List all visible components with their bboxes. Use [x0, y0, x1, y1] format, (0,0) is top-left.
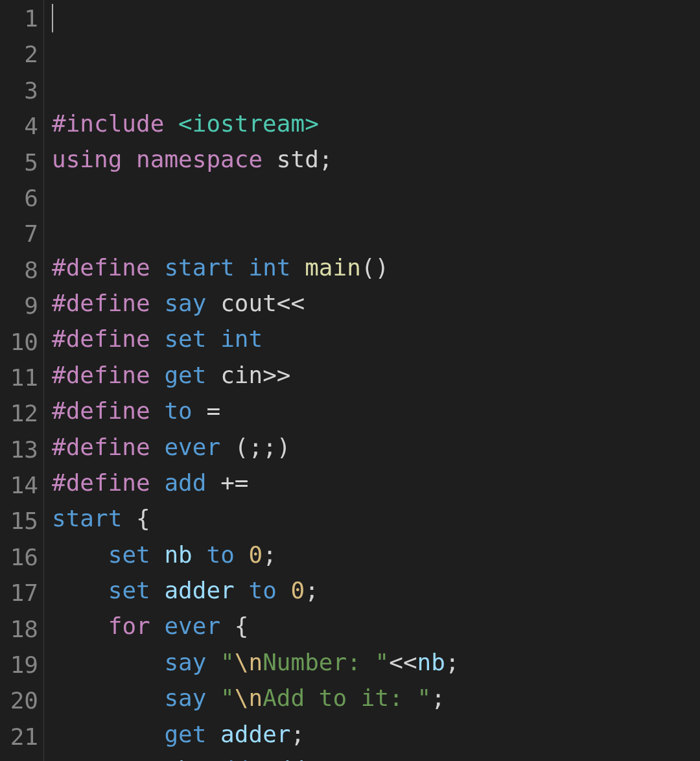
code-token: start: [52, 505, 122, 532]
code-line[interactable]: get adder;: [52, 717, 700, 753]
code-line[interactable]: #define say cout<<: [52, 286, 700, 322]
line-number: 6: [5, 181, 38, 217]
line-number-gutter: 123456789101112131415161718192021: [0, 0, 44, 761]
code-token: [150, 397, 165, 424]
code-token: [192, 541, 207, 568]
code-token: <iostream>: [178, 110, 319, 137]
code-token: [206, 469, 220, 496]
code-token: #define: [52, 397, 150, 424]
code-line[interactable]: for ever {: [52, 609, 700, 644]
code-line[interactable]: [52, 178, 700, 214]
code-token: [164, 110, 178, 137]
code-token: std: [277, 146, 319, 172]
code-token: [150, 362, 165, 388]
line-number: 8: [5, 253, 38, 288]
code-token: [206, 362, 220, 388]
code-token: (): [361, 254, 389, 281]
code-token: ": [220, 649, 235, 675]
line-number: 4: [5, 109, 38, 145]
line-number: 16: [5, 540, 38, 576]
code-token: {: [136, 505, 150, 532]
code-token: 0: [291, 577, 305, 603]
code-token: get: [164, 362, 206, 388]
code-line[interactable]: #define set int: [52, 322, 700, 357]
code-token: ever: [164, 434, 220, 460]
code-line[interactable]: #define ever (;;): [52, 430, 700, 465]
code-token: [192, 397, 207, 424]
code-token: [122, 505, 136, 532]
code-token: to: [248, 577, 276, 603]
code-editor[interactable]: 123456789101112131415161718192021 #inclu…: [0, 0, 700, 761]
line-number: 13: [5, 432, 38, 468]
code-token: #define: [52, 469, 150, 496]
code-token: #define: [52, 325, 150, 352]
code-token: [262, 146, 277, 172]
code-token: adder: [164, 577, 234, 603]
code-token: int: [248, 254, 290, 281]
code-token: [150, 434, 165, 460]
code-token: Number: ": [262, 649, 389, 675]
code-token: adder: [262, 756, 332, 761]
code-line[interactable]: set nb to 0;: [52, 537, 700, 573]
code-token: {: [235, 613, 249, 639]
line-number: 17: [5, 576, 38, 611]
code-token: #define: [52, 434, 150, 460]
code-token: int: [220, 325, 262, 352]
code-line[interactable]: [52, 214, 700, 250]
code-token: ;: [305, 577, 319, 603]
code-token: [220, 613, 235, 639]
code-token: [150, 254, 165, 281]
code-token: \n: [235, 685, 262, 711]
code-token: [206, 649, 220, 675]
code-token: #define: [52, 254, 150, 281]
code-token: [206, 721, 220, 747]
code-token: [150, 541, 165, 568]
code-token: [235, 577, 249, 603]
code-token: using: [52, 146, 122, 172]
code-token: [52, 721, 164, 747]
code-token: ;: [319, 146, 333, 172]
code-token: start: [164, 254, 234, 281]
code-token: 0: [249, 541, 263, 568]
code-line[interactable]: #define start int main(): [52, 250, 700, 286]
code-line[interactable]: using namespace std;: [52, 142, 700, 178]
code-token: +=: [220, 469, 248, 496]
code-line[interactable]: #define to =: [52, 393, 700, 429]
code-line[interactable]: #define get cin>>: [52, 358, 700, 393]
code-token: say: [164, 290, 206, 316]
code-token: for: [108, 613, 150, 639]
code-line[interactable]: #include <iostream>: [52, 106, 700, 142]
code-token: nb: [417, 649, 445, 675]
code-line[interactable]: say "\nNumber: "<<nb;: [52, 645, 700, 681]
line-number: 12: [5, 396, 38, 432]
line-number: 14: [5, 468, 38, 504]
code-token: [52, 649, 164, 675]
code-line[interactable]: nb add adder;: [52, 753, 700, 761]
line-number: 19: [5, 648, 38, 683]
code-line[interactable]: start {: [52, 501, 700, 537]
code-token: nb: [164, 756, 192, 761]
code-token: set: [108, 541, 150, 568]
code-token: =: [206, 397, 220, 424]
code-token: ;: [445, 649, 460, 675]
code-token: [150, 290, 165, 316]
code-token: #include: [52, 110, 164, 137]
code-token: ever: [164, 613, 220, 639]
code-token: set: [164, 325, 206, 352]
code-line[interactable]: set adder to 0;: [52, 573, 700, 609]
code-token: [150, 325, 165, 352]
code-token: get: [164, 721, 206, 747]
line-number: 10: [5, 325, 38, 360]
code-area[interactable]: #include <iostream>using namespace std;#…: [44, 0, 700, 761]
code-token: main: [305, 254, 361, 281]
line-number: 18: [5, 612, 38, 648]
code-line[interactable]: #define add +=: [52, 465, 700, 501]
code-token: to: [206, 541, 234, 568]
code-token: >>: [262, 362, 290, 388]
code-token: say: [164, 649, 206, 675]
line-number: 9: [5, 288, 38, 324]
code-token: [277, 577, 291, 603]
code-token: Add to it: ": [262, 685, 431, 711]
code-token: <<: [389, 649, 417, 675]
code-line[interactable]: say "\nAdd to it: ";: [52, 681, 700, 716]
